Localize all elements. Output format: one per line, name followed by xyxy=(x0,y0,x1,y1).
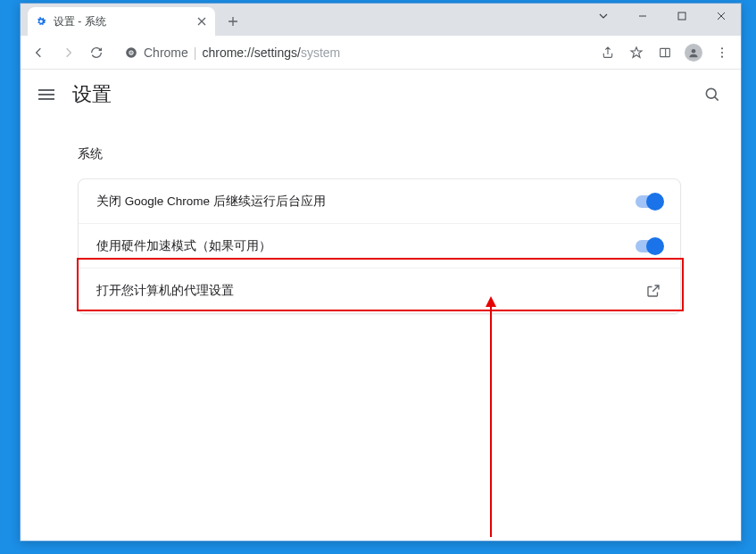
new-tab-button[interactable] xyxy=(220,9,245,34)
chrome-logo-icon xyxy=(124,45,138,60)
setting-row-background-apps[interactable]: 关闭 Google Chrome 后继续运行后台应用 xyxy=(79,179,680,224)
browser-tab[interactable]: 设置 - 系统 xyxy=(28,7,215,36)
gear-icon xyxy=(35,15,47,28)
svg-point-6 xyxy=(721,47,723,49)
svg-point-5 xyxy=(692,48,696,53)
hamburger-menu-button[interactable] xyxy=(38,86,56,103)
profile-button[interactable] xyxy=(680,39,707,66)
close-window-button[interactable] xyxy=(702,4,741,29)
setting-label: 关闭 Google Chrome 后继续运行后台应用 xyxy=(96,194,636,210)
close-tab-icon[interactable] xyxy=(195,15,208,28)
search-button[interactable] xyxy=(702,84,723,105)
back-button[interactable] xyxy=(26,39,53,66)
page-header: 设置 xyxy=(21,70,741,120)
chevron-down-icon[interactable] xyxy=(584,4,623,29)
avatar-icon xyxy=(685,44,702,62)
tab-title: 设置 - 系统 xyxy=(54,14,189,29)
address-bar[interactable]: Chrome | chrome://settings/system xyxy=(115,40,589,65)
setting-label: 打开您计算机的代理设置 xyxy=(96,283,644,299)
separator: | xyxy=(194,45,197,60)
forward-button[interactable] xyxy=(54,39,81,66)
maximize-button[interactable] xyxy=(662,4,702,29)
titlebar: 设置 - 系统 xyxy=(21,4,741,36)
external-link-icon xyxy=(644,282,662,300)
section-title: 系统 xyxy=(78,146,681,162)
reload-button[interactable] xyxy=(83,39,110,66)
toggle-switch[interactable] xyxy=(636,240,662,252)
page-title: 设置 xyxy=(72,81,112,108)
settings-page: 设置 系统 关闭 Google Chrome 后继续运行后台应用 使用硬件加速模… xyxy=(21,70,741,541)
setting-row-proxy[interactable]: 打开您计算机的代理设置 xyxy=(79,269,680,313)
bookmark-icon[interactable] xyxy=(623,39,650,66)
toggle-switch[interactable] xyxy=(636,195,662,208)
settings-card: 关闭 Google Chrome 后继续运行后台应用 使用硬件加速模式（如果可用… xyxy=(78,178,681,314)
url-source-label: Chrome xyxy=(144,45,188,60)
svg-rect-4 xyxy=(660,48,670,56)
menu-button[interactable] xyxy=(709,39,735,66)
browser-window: 设置 - 系统 xyxy=(20,3,742,542)
setting-label: 使用硬件加速模式（如果可用） xyxy=(96,238,636,254)
svg-point-3 xyxy=(129,51,133,54)
svg-point-7 xyxy=(721,51,723,53)
annotation-arrow xyxy=(490,305,492,537)
url-text: chrome://settings/system xyxy=(202,45,340,60)
browser-toolbar: Chrome | chrome://settings/system xyxy=(21,36,741,70)
share-icon[interactable] xyxy=(594,39,621,66)
minimize-button[interactable] xyxy=(623,4,662,29)
side-panel-icon[interactable] xyxy=(652,39,678,66)
window-controls xyxy=(584,4,741,29)
svg-point-8 xyxy=(721,55,723,57)
setting-row-hardware-accel[interactable]: 使用硬件加速模式（如果可用） xyxy=(79,224,680,269)
settings-content: 系统 关闭 Google Chrome 后继续运行后台应用 使用硬件加速模式（如… xyxy=(78,146,681,314)
svg-rect-0 xyxy=(678,12,685,20)
